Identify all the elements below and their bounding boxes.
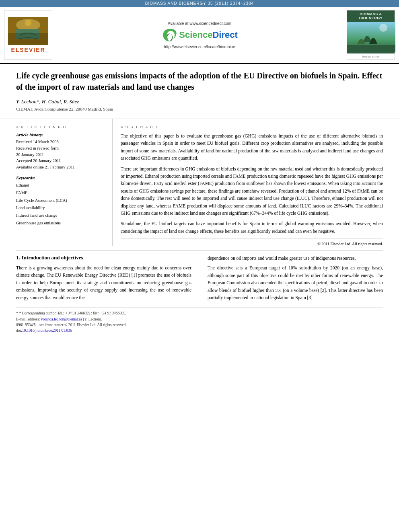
journal-citation: BIOMASS AND BIOENERGY 35 (2011) 2374–238… [145, 1, 254, 6]
doi-label: doi: [16, 329, 22, 333]
keywords-label: Keywords: [16, 175, 106, 180]
keyword-fame: FAME [16, 189, 106, 197]
section1-left-text: There is a growing awareness about the n… [16, 264, 191, 301]
biomass-title: BIOMASS & BIOENERGY [347, 10, 395, 22]
article-info-abstract: A R T I C L E I N F O Article history: R… [0, 119, 399, 246]
sciencedirect-logo: ScienceDirect [161, 28, 238, 42]
footnote-star: * * Corresponding author. Tel.: +34 91 3… [16, 311, 126, 315]
elsevier-image [8, 17, 48, 45]
footnote-doi: doi:10.1016/j.biombioe.2011.01.036 [16, 328, 383, 333]
affiliation: CIEMAT, Avda Complutense 22, 28040 Madri… [16, 107, 383, 111]
section1-right-text: dependence on oil imports and would make… [208, 255, 383, 301]
email-suffix: (Y. Lechon). [83, 317, 102, 321]
sciencedirect-url: Available at www.sciencedirect.com [168, 21, 231, 26]
article-info-panel: A R T I C L E I N F O Article history: R… [16, 119, 113, 246]
received-revised-label: Received in revised form [16, 145, 106, 152]
email-label: E-mail address: [16, 317, 40, 321]
footnote-email: E-mail address: yolanda.lechon@ciemat.es… [16, 316, 383, 322]
abstract-para-1: The objective of this paper is to evalua… [121, 132, 383, 162]
abstract-para-2: There are important differences in GHG e… [121, 165, 383, 217]
footnote-corresponding: * * Corresponding author. Tel.: +34 91 3… [16, 310, 383, 316]
accepted-date: Accepted 20 January 2011 [16, 158, 106, 164]
section-divider [16, 250, 383, 251]
svg-point-3 [25, 20, 31, 26]
doi-link[interactable]: 10.1016/j.biombioe.2011.01.036 [22, 329, 72, 333]
science-text: Science [179, 30, 212, 40]
biomass-journal-image [347, 22, 395, 53]
elsevier-label: ELSEVIER [11, 47, 45, 53]
copyright-notice: © 2011 Elsevier Ltd. All rights reserved… [121, 238, 383, 246]
page-header: ELSEVIER Available at www.sciencedirect.… [0, 7, 399, 64]
authors: Y. Lechon*, H. Cabal, R. Sáez [16, 99, 383, 105]
main-content: 1.Introduction and objectives There is a… [0, 255, 399, 304]
biomass-logo-footer: journal cover [347, 53, 395, 60]
section1-title: 1.Introduction and objectives [16, 255, 191, 261]
abstract-header: A B S T R A C T [121, 125, 383, 129]
sciencedirect-center: Available at www.sciencedirect.com Scien… [56, 10, 343, 60]
keyword-ghg: Greenhouse gas emissions [16, 220, 106, 227]
svg-point-5 [379, 24, 387, 32]
abstract-panel: A B S T R A C T The objective of this pa… [113, 119, 383, 246]
svg-rect-6 [347, 45, 395, 52]
article-info-header: A R T I C L E I N F O [16, 125, 106, 129]
sciencedirect-leaf-icon [161, 28, 177, 42]
journal-header-bar: BIOMASS AND BIOENERGY 35 (2011) 2374–238… [0, 0, 399, 7]
direct-text: Direct [212, 30, 237, 40]
article-title-section: Life cycle greenhouse gas emissions impa… [0, 64, 399, 119]
biomass-title-line2: BIOENERGY [348, 16, 394, 20]
keyword-lca: Life Cycle Assessment (LCA) [16, 197, 106, 205]
abstract-para-3: Standalone, the EU biofuel targets can h… [121, 220, 383, 235]
intro-paragraph-left: There is a growing awareness about the n… [16, 264, 191, 301]
journal-url: http://www.elsevier.com/locate/biombioe [164, 45, 235, 49]
sciencedirect-text: ScienceDirect [179, 30, 238, 40]
available-online-date: Available online 21 February 2011 [16, 164, 106, 170]
footnote-issn: 0961-9534/$ – see front matter © 2011 El… [16, 322, 383, 328]
received-date: Received 14 March 2008 [16, 139, 106, 145]
abstract-text: The objective of this paper is to evalua… [121, 132, 383, 235]
biomass-title-line1: BIOMASS & [348, 12, 394, 16]
footnote-area: * * Corresponding author. Tel.: +34 91 3… [16, 308, 383, 333]
intro-paragraph-right-2: The directive sets a European target of … [208, 264, 383, 301]
article-title: Life cycle greenhouse gas emissions impa… [16, 70, 383, 92]
keyword-land-availability: Land availability [16, 204, 106, 212]
svg-rect-2 [16, 29, 40, 39]
corresponding-label: * Corresponding author. Tel.: +34 91 346… [19, 311, 126, 315]
revised-date: 20 January 2011 [16, 152, 106, 158]
elsevier-logo: ELSEVIER [4, 10, 52, 60]
email-link[interactable]: yolanda.lechon@ciemat.es [41, 317, 82, 321]
intro-paragraph-right: dependence on oil imports and would make… [208, 255, 383, 262]
biomass-bioenergy-logo: BIOMASS & BIOENERGY journal [347, 10, 395, 60]
section1-number: 1. [16, 255, 20, 261]
keyword-iluc: Indirect land use change [16, 212, 106, 220]
keyword-ethanol: Ethanol [16, 182, 106, 189]
article-history-label: Article history: [16, 132, 106, 137]
intro-right-column: dependence on oil imports and would make… [204, 255, 383, 304]
section1-title-text: Introduction and objectives [22, 255, 83, 261]
intro-left-column: 1.Introduction and objectives There is a… [16, 255, 195, 304]
